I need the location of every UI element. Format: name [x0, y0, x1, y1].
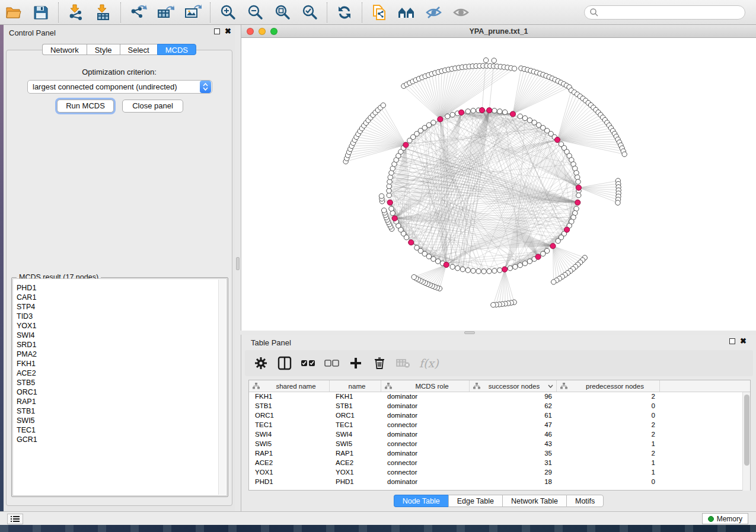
search-input[interactable] [599, 8, 745, 17]
table-cell[interactable]: 0 [557, 402, 660, 411]
mcds-list-scrollbar[interactable] [218, 280, 226, 495]
table-cell[interactable]: 61 [470, 411, 557, 421]
table-cell[interactable]: 43 [470, 440, 557, 449]
network-node[interactable] [476, 269, 481, 274]
column-header-mcds-role[interactable]: MCDS role [381, 380, 470, 392]
table-cell[interactable]: RAP1 [330, 449, 381, 459]
mcds-dominator-node[interactable] [502, 267, 508, 272]
tab-network-table[interactable]: Network Table [502, 495, 566, 507]
table-cell[interactable]: 1 [557, 440, 660, 449]
mcds-dominator-node[interactable] [576, 185, 581, 190]
table-cell[interactable]: connector [381, 468, 470, 477]
network-node[interactable] [460, 267, 465, 271]
mcds-dominator-node[interactable] [438, 117, 443, 122]
table-cell[interactable]: dominator [381, 477, 470, 487]
column-header-successor-nodes[interactable]: successor nodes [470, 380, 557, 392]
tab-select[interactable]: Select [120, 44, 157, 55]
network-node[interactable] [471, 268, 476, 273]
network-node[interactable] [471, 108, 476, 113]
table-cell[interactable]: RAP1 [249, 449, 330, 459]
table-row[interactable]: ORC1ORC1dominator610 [249, 411, 750, 421]
select-all-icon[interactable] [301, 355, 316, 371]
network-node[interactable] [431, 257, 436, 261]
table-cell[interactable]: SWI5 [330, 440, 381, 449]
table-cell[interactable]: ORC1 [249, 411, 330, 421]
network-node[interactable] [491, 302, 496, 307]
mcds-result-item[interactable]: SWI4 [17, 331, 227, 340]
network-node[interactable] [450, 112, 455, 117]
table-cell[interactable]: 35 [470, 449, 557, 459]
delete-column-icon[interactable] [372, 355, 387, 371]
network-node[interactable] [379, 194, 384, 198]
table-cell[interactable]: SWI4 [249, 430, 330, 440]
mcds-result-item[interactable]: CAR1 [17, 293, 227, 302]
mcds-result-item[interactable]: TID3 [17, 312, 227, 321]
network-node[interactable] [431, 120, 436, 125]
table-cell[interactable]: dominator [381, 402, 470, 411]
table-cell[interactable]: SWI5 [249, 440, 330, 449]
close-panel-icon[interactable]: ✖ [225, 28, 231, 34]
table-row[interactable]: FKH1FKH1dominator962 [249, 392, 750, 402]
search-field[interactable] [584, 5, 745, 20]
network-node[interactable] [615, 200, 620, 205]
mcds-dominator-node[interactable] [487, 108, 492, 113]
network-node[interactable] [575, 175, 580, 180]
table-cell[interactable]: dominator [381, 392, 470, 402]
network-node[interactable] [518, 262, 522, 267]
export-table-icon[interactable] [155, 2, 176, 23]
network-node[interactable] [455, 265, 460, 270]
settings-gear-icon[interactable] [253, 355, 269, 371]
column-header-name[interactable]: name [330, 380, 381, 392]
mcds-dominator-node[interactable] [409, 240, 414, 245]
table-row[interactable]: ACE2ACE2connector311 [249, 459, 750, 468]
first-neighbors-icon[interactable] [397, 2, 417, 23]
table-cell[interactable]: 1 [557, 459, 660, 468]
network-node[interactable] [492, 58, 496, 63]
network-node[interactable] [508, 265, 512, 270]
network-node[interactable] [435, 259, 440, 264]
mcds-result-item[interactable]: ORC1 [17, 387, 227, 397]
mcds-result-item[interactable]: STB1 [17, 406, 227, 416]
table-cell[interactable]: 0 [557, 411, 660, 421]
network-node[interactable] [576, 180, 580, 184]
import-table-icon[interactable] [93, 2, 113, 23]
network-node[interactable] [522, 261, 527, 265]
table-cell[interactable]: dominator [381, 411, 470, 421]
table-cell[interactable]: SWI4 [330, 430, 381, 440]
mcds-dominator-node[interactable] [387, 200, 393, 205]
export-image-icon[interactable] [183, 2, 203, 23]
tab-style[interactable]: Style [87, 44, 120, 55]
panel-menu-button[interactable] [7, 514, 23, 524]
column-preferences-icon[interactable] [277, 355, 292, 371]
column-header-shared-name[interactable]: shared name [249, 380, 330, 392]
float-panel-icon[interactable] [729, 338, 735, 344]
mcds-result-item[interactable]: SRD1 [17, 340, 227, 350]
network-node[interactable] [518, 114, 522, 118]
table-row[interactable]: SWI5SWI5connector431 [249, 440, 750, 449]
zoom-selected-icon[interactable] [299, 2, 320, 23]
mcds-dominator-node[interactable] [564, 227, 569, 232]
open-session-icon[interactable] [4, 2, 24, 23]
table-cell[interactable]: dominator [381, 449, 470, 459]
table-cell[interactable]: PHD1 [249, 477, 330, 487]
hide-selected-icon[interactable] [424, 2, 444, 23]
network-node[interactable] [622, 152, 627, 156]
table-cell[interactable]: connector [381, 459, 470, 468]
network-node[interactable] [387, 184, 391, 188]
mcds-result-item[interactable]: STP4 [17, 302, 227, 312]
table-cell[interactable]: ACE2 [330, 459, 381, 468]
mcds-result-list[interactable]: PHD1CAR1STP4TID3YOX1SWI4SRD1PMA2FKH1ACE2… [12, 278, 227, 496]
network-node[interactable] [527, 118, 532, 123]
float-panel-icon[interactable] [214, 28, 220, 34]
duplicate-network-icon[interactable] [369, 2, 390, 23]
network-node[interactable] [497, 109, 502, 114]
network-node[interactable] [414, 245, 419, 250]
table-scrollbar-thumb[interactable] [744, 395, 749, 466]
mcds-dominator-node[interactable] [554, 137, 560, 142]
network-node[interactable] [492, 268, 497, 273]
network-canvas[interactable] [241, 38, 756, 331]
horizontal-splitter[interactable] [241, 331, 756, 335]
import-network-icon[interactable] [66, 2, 86, 23]
table-cell[interactable]: 18 [470, 477, 557, 487]
table-cell[interactable]: STB1 [330, 402, 381, 411]
